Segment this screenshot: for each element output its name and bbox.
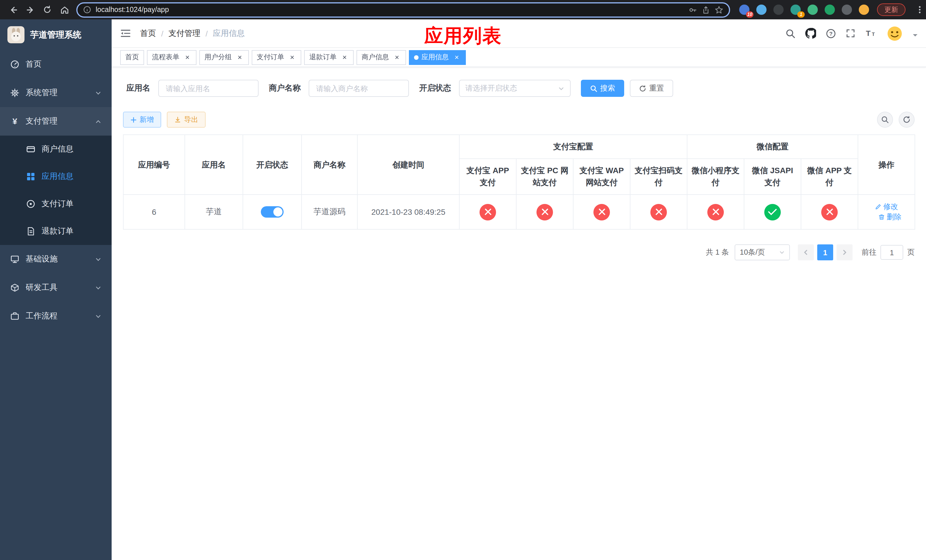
sidebar-item-payment-mgmt[interactable]: ¥ 支付管理 (0, 107, 112, 136)
reset-button[interactable]: 重置 (630, 80, 673, 97)
tab-app-info[interactable]: 应用信息× (409, 50, 466, 65)
add-button[interactable]: 新增 (123, 112, 161, 128)
star-icon[interactable] (715, 5, 723, 14)
url-text[interactable]: localhost:1024/pay/app (96, 6, 684, 14)
edit-icon (875, 203, 882, 210)
refresh-table-button[interactable] (899, 112, 915, 128)
sidebar-toggle-icon[interactable] (120, 29, 131, 38)
tab-process-form[interactable]: 流程表单× (147, 50, 197, 65)
close-icon[interactable]: × (393, 53, 401, 61)
tab-home[interactable]: 首页 (120, 50, 144, 65)
goto-page-input[interactable] (881, 245, 903, 260)
wechat-jsapi-status-icon (764, 204, 781, 220)
extension-icon[interactable] (808, 5, 818, 15)
sidebar-item-label: 工作流程 (26, 311, 57, 321)
table-toolbar: 新增 导出 (123, 112, 915, 128)
search-icon[interactable] (785, 28, 796, 38)
extension-icon[interactable] (842, 5, 852, 15)
navbar-actions: ? TT (785, 25, 917, 42)
status-toggle[interactable] (261, 206, 284, 218)
pagination-total: 共 1 条 (706, 247, 729, 257)
tab-refund-order[interactable]: 退款订单× (304, 50, 354, 65)
extension-icon[interactable] (825, 5, 835, 15)
breadcrumb-separator: / (161, 29, 163, 38)
sidebar-item-label: 支付订单 (42, 199, 73, 209)
col-app-id: 应用编号 (123, 135, 185, 195)
reset-button-label: 重置 (649, 83, 664, 94)
merchant-name-input[interactable] (309, 80, 409, 97)
breadcrumb-payment[interactable]: 支付管理 (169, 28, 200, 38)
cell-app-id: 6 (123, 195, 185, 229)
avatar-caret-icon (913, 34, 917, 38)
app-name-input[interactable] (158, 80, 259, 97)
share-icon[interactable] (702, 5, 710, 14)
chevron-down-icon (95, 285, 101, 291)
tab-label: 退款订单 (309, 52, 337, 62)
export-button[interactable]: 导出 (167, 112, 206, 128)
gear-icon (10, 88, 20, 97)
svg-text:?: ? (829, 30, 832, 36)
back-icon[interactable] (6, 2, 21, 17)
page-content: 应用名 商户名称 开启状态 请选择开启状态 (112, 67, 926, 560)
download-icon (174, 116, 181, 123)
tab-user-group[interactable]: 用户分组× (199, 50, 249, 65)
alipay-wap-status-icon (593, 204, 610, 220)
forward-icon[interactable] (23, 2, 38, 17)
extension-icon[interactable] (756, 5, 767, 15)
close-icon[interactable]: × (288, 53, 296, 61)
extension-icon[interactable] (773, 5, 784, 15)
sidebar-item-pay-order[interactable]: 支付订单 (0, 190, 112, 218)
table-header-row-1: 应用编号 应用名 开启状态 商户名称 创建时间 支付宝配置 微信配置 操作 (123, 135, 915, 159)
home-icon[interactable] (57, 2, 72, 17)
sidebar-item-merchant-info[interactable]: 商户信息 (0, 136, 112, 163)
help-icon[interactable]: ? (826, 28, 836, 38)
sidebar-item-dev-tools[interactable]: 研发工具 (0, 274, 112, 302)
tab-pay-order[interactable]: 支付订单× (252, 50, 301, 65)
active-dot (414, 55, 419, 59)
page-size-select[interactable]: 10条/页 (735, 244, 790, 260)
wechat-mini-status-icon (707, 204, 724, 220)
extension-icon[interactable]: 10 (739, 5, 749, 15)
info-icon[interactable] (83, 6, 91, 14)
sidebar-item-system-mgmt[interactable]: 系统管理 (0, 79, 112, 107)
tab-label: 应用信息 (421, 52, 449, 62)
sidebar-item-refund-order[interactable]: 退款订单 (0, 218, 112, 245)
svg-text:T: T (872, 32, 875, 37)
edit-button[interactable]: 修改 (875, 202, 898, 212)
sidebar-item-workflow[interactable]: 工作流程 (0, 302, 112, 330)
address-bar[interactable]: localhost:1024/pay/app (76, 2, 730, 17)
tab-merchant-info[interactable]: 商户信息× (357, 50, 406, 65)
prev-page-button[interactable] (798, 244, 814, 260)
browser-menu-icon[interactable] (912, 2, 926, 17)
col-alipay-wap: 支付宝 WAP 网站支付 (573, 159, 630, 195)
search-button[interactable]: 搜索 (581, 80, 624, 97)
sidebar-item-app-info[interactable]: 应用信息 (0, 163, 112, 190)
close-icon[interactable]: × (183, 53, 191, 61)
page-number-1[interactable]: 1 (817, 244, 833, 260)
sidebar-item-label: 退款订单 (42, 226, 73, 236)
breadcrumb-home[interactable]: 首页 (140, 28, 156, 38)
key-icon[interactable] (688, 5, 697, 14)
sidebar-item-home[interactable]: 首页 (0, 50, 112, 79)
close-icon[interactable]: × (340, 53, 348, 61)
delete-button[interactable]: 删除 (878, 212, 902, 222)
refresh-icon[interactable] (40, 2, 54, 17)
close-icon[interactable]: × (453, 53, 461, 61)
font-size-icon[interactable]: TT (865, 29, 876, 38)
extension-badge: 1 (797, 11, 805, 18)
extension-icon[interactable] (859, 5, 869, 15)
extension-icon[interactable]: 1 (790, 5, 801, 15)
close-icon[interactable]: × (236, 53, 244, 61)
top-navbar: 首页 / 支付管理 / 应用信息 ? (112, 20, 926, 48)
status-select[interactable]: 请选择开启状态 (459, 80, 570, 97)
user-avatar[interactable] (886, 25, 903, 42)
next-page-button[interactable] (837, 244, 853, 260)
sidebar-item-infrastructure[interactable]: 基础设施 (0, 245, 112, 274)
app-name-label: 应用名 (126, 83, 150, 94)
show-search-button[interactable] (877, 112, 893, 128)
fullscreen-icon[interactable] (846, 29, 855, 38)
browser-update-button[interactable]: 更新 (877, 3, 905, 16)
app-logo[interactable]: 芋道管理系统 (0, 20, 112, 50)
col-alipay-qr: 支付宝扫码支付 (630, 159, 687, 195)
github-icon[interactable] (805, 28, 816, 39)
